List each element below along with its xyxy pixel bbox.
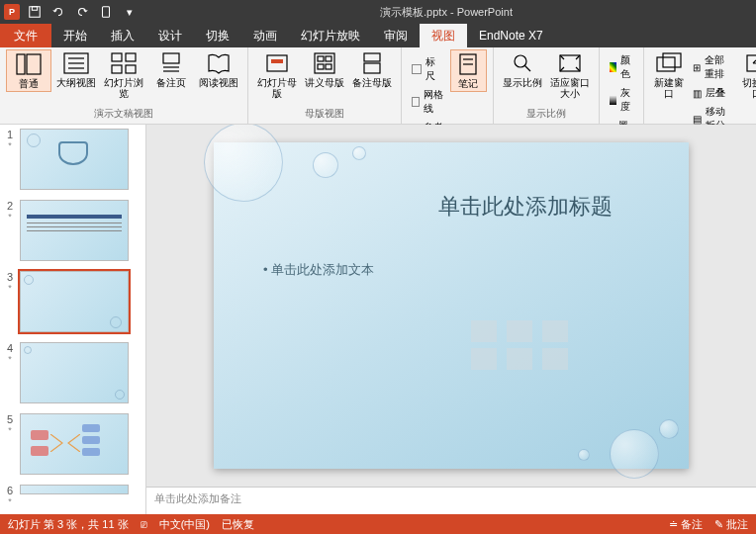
reading-view-button[interactable]: 阅读视图 [196, 49, 241, 90]
tab-animations[interactable]: 动画 [241, 24, 289, 47]
grayscale-button[interactable]: 灰度 [606, 84, 637, 116]
svg-rect-17 [271, 59, 283, 63]
svg-rect-19 [318, 56, 324, 61]
notes-page-icon [157, 51, 185, 75]
group-label: 显示比例 [500, 106, 593, 122]
slide-thumbnail[interactable] [20, 200, 129, 261]
handout-master-icon [311, 51, 338, 75]
decoration-bubble [204, 125, 283, 202]
svg-rect-4 [27, 54, 41, 74]
insert-picture-icon[interactable] [471, 348, 497, 370]
group-window: 新建窗口 ⊞全部重排 ▥层叠 ▤移动拆分 切换窗口 窗口 [644, 47, 756, 124]
slide-canvas-area[interactable]: 单击此处添加标题 • 单击此处添加文本 [146, 125, 756, 487]
svg-rect-11 [112, 65, 122, 73]
insert-smartart-icon[interactable] [542, 320, 568, 342]
arrange-all-button[interactable]: ⊞全部重排 [689, 51, 736, 83]
spellcheck-icon[interactable]: ⎚ [141, 518, 147, 530]
thumbnail-row: 5* [4, 413, 142, 475]
tab-transitions[interactable]: 切换 [194, 24, 241, 47]
notes-page-button[interactable]: 备注页 [148, 49, 194, 90]
thumbnail-row: 2* [4, 200, 142, 261]
insert-table-icon[interactable] [471, 320, 497, 342]
slide-sorter-button[interactable]: 幻灯片浏览 [101, 49, 146, 101]
decoration-bubble [578, 449, 590, 461]
workspace: 1* 2* 3* 4* [0, 125, 756, 514]
svg-rect-1 [32, 7, 37, 11]
slide-editor: 单击此处添加标题 • 单击此处添加文本 单击此处添加备注 [146, 125, 756, 514]
slide-thumbnail-panel[interactable]: 1* 2* 3* 4* [0, 125, 146, 514]
thumbnail-number: 6* [4, 485, 16, 506]
notes-button[interactable]: 笔记 [450, 49, 487, 92]
thumbnail-number: 2* [4, 200, 16, 261]
quick-access-toolbar: ▾ [24, 1, 141, 23]
notes-master-button[interactable]: 备注母版 [349, 49, 395, 90]
insert-chart-icon[interactable] [507, 320, 532, 342]
group-show: 标尺 网格线 参考线 笔记 显示 [402, 47, 494, 124]
group-presentation-views: 普通 大纲视图 幻灯片浏览 备注页 阅读视图 演示文稿视图 [0, 47, 248, 124]
status-comments-button[interactable]: ✎ 批注 [714, 517, 748, 532]
title-placeholder[interactable]: 单击此处添加标题 [392, 192, 659, 222]
gridlines-checkbox[interactable]: 网格线 [408, 86, 448, 118]
notes-icon [454, 52, 482, 76]
redo-icon[interactable] [71, 1, 93, 23]
handout-master-button[interactable]: 讲义母版 [302, 49, 347, 90]
ribbon: 普通 大纲视图 幻灯片浏览 备注页 阅读视图 演示文稿视图 [0, 47, 756, 125]
arrange-icon: ⊞ [693, 62, 701, 73]
thumbnail-number: 1* [4, 129, 16, 190]
slide-thumbnail[interactable] [20, 129, 129, 190]
color-icon [610, 62, 616, 72]
svg-rect-2 [103, 7, 110, 18]
insert-video-icon[interactable] [542, 348, 568, 370]
status-bar: 幻灯片 第 3 张，共 11 张 ⎚ 中文(中国) 已恢复 ≐ 备注 ✎ 批注 [0, 514, 756, 534]
normal-view-button[interactable]: 普通 [6, 49, 51, 92]
reading-view-icon [205, 51, 233, 75]
fit-window-button[interactable]: 适应窗口大小 [547, 49, 593, 101]
group-color-grayscale: 颜色 灰度 黑白模式 颜色/灰度 [600, 47, 644, 124]
switch-windows-button[interactable]: 切换窗口 [739, 49, 756, 101]
cascade-button[interactable]: ▥层叠 [689, 84, 736, 102]
tab-file[interactable]: 文件 [0, 24, 51, 47]
normal-view-icon [15, 52, 43, 76]
tab-slideshow[interactable]: 幻灯片放映 [289, 24, 372, 47]
group-label: 演示文稿视图 [6, 106, 241, 122]
ruler-checkbox[interactable]: 标尺 [408, 53, 448, 85]
insert-online-picture-icon[interactable] [507, 348, 532, 370]
save-icon[interactable] [24, 1, 46, 23]
group-zoom: 显示比例 适应窗口大小 显示比例 [494, 47, 600, 124]
slide-canvas[interactable]: 单击此处添加标题 • 单击此处添加文本 [214, 142, 689, 469]
grayscale-icon [610, 95, 616, 105]
undo-icon[interactable] [47, 1, 69, 23]
qat-dropdown-icon[interactable]: ▾ [119, 1, 141, 23]
slide-counter[interactable]: 幻灯片 第 3 张，共 11 张 [8, 517, 129, 532]
slide-thumbnail[interactable] [20, 485, 129, 494]
slide-thumbnail[interactable] [20, 413, 129, 475]
svg-line-29 [524, 65, 530, 71]
slide-thumbnail[interactable] [20, 342, 129, 403]
content-placeholder-icons[interactable] [471, 320, 572, 370]
split-icon: ▤ [693, 114, 702, 125]
tab-view[interactable]: 视图 [420, 24, 467, 47]
tab-review[interactable]: 审阅 [372, 24, 420, 47]
thumbnail-row: 3* [4, 271, 142, 332]
status-notes-button[interactable]: ≐ 备注 [669, 517, 703, 532]
svg-rect-32 [663, 53, 681, 67]
tab-home[interactable]: 开始 [51, 24, 99, 47]
language-indicator[interactable]: 中文(中国) [159, 517, 210, 532]
notes-pane[interactable]: 单击此处添加备注 [146, 487, 756, 514]
tab-insert[interactable]: 插入 [99, 24, 146, 47]
tab-endnote[interactable]: EndNote X7 [467, 24, 555, 47]
svg-rect-23 [364, 53, 380, 61]
new-window-button[interactable]: 新建窗口 [650, 49, 687, 101]
body-placeholder[interactable]: • 单击此处添加文本 [263, 261, 659, 279]
slide-master-button[interactable]: 幻灯片母版 [254, 49, 300, 101]
zoom-button[interactable]: 显示比例 [500, 49, 545, 90]
tab-design[interactable]: 设计 [146, 24, 194, 47]
color-button[interactable]: 颜色 [606, 51, 637, 83]
ribbon-tabs: 文件 开始 插入 设计 切换 动画 幻灯片放映 审阅 视图 EndNote X7 [0, 24, 756, 47]
svg-rect-3 [17, 54, 25, 74]
slide-thumbnail[interactable] [20, 271, 129, 332]
outline-view-icon [62, 51, 90, 75]
group-label: 母版视图 [254, 106, 395, 122]
touch-mode-icon[interactable] [95, 1, 117, 23]
outline-view-button[interactable]: 大纲视图 [53, 49, 99, 90]
